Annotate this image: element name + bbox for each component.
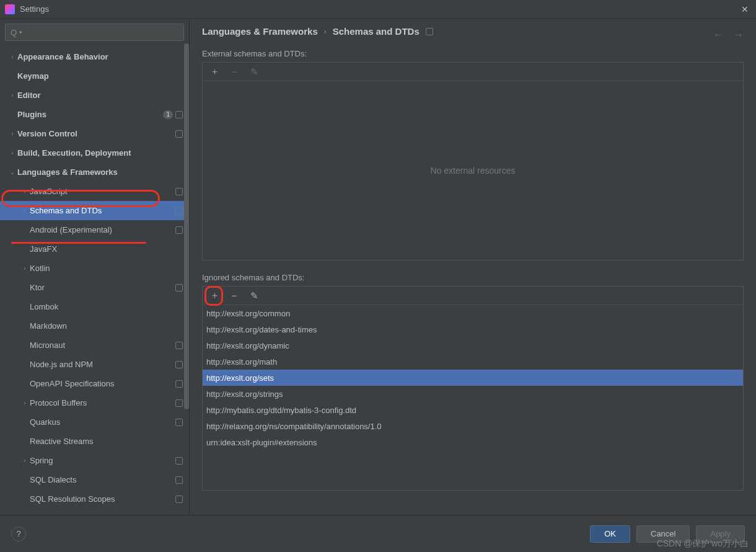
tree-item-label: OpenAPI Specifications (30, 379, 175, 388)
list-item[interactable]: http://exslt.org/dynamic (203, 337, 743, 354)
tree-item-spring[interactable]: ›Spring (0, 451, 189, 470)
settings-main: ← → Languages & Frameworks › Schemas and… (190, 19, 756, 515)
list-item[interactable]: http://mybatis.org/dtd/mybatis-3-config.… (203, 402, 743, 418)
tree-item-label: SQL Dialects (30, 475, 175, 484)
close-icon[interactable]: ✕ (739, 4, 751, 14)
remove-button[interactable]: − (230, 66, 239, 77)
project-scope-icon (175, 226, 183, 234)
tree-item-javafx[interactable]: JavaFX (0, 239, 189, 259)
window-title: Settings (20, 4, 739, 14)
project-scope-icon (175, 419, 183, 426)
nav-arrows: ← → (713, 29, 744, 42)
tree-item-openapi-specifications[interactable]: OpenAPI Specifications (0, 374, 189, 393)
tree-item-lombok[interactable]: Lombok (0, 297, 189, 316)
add-button[interactable]: ＋ (210, 66, 219, 78)
tree-item-label: Languages & Frameworks (17, 167, 183, 177)
tree-item-label: Keymap (17, 71, 183, 81)
ok-button[interactable]: OK (590, 525, 630, 543)
project-scope-icon (175, 342, 183, 349)
list-item[interactable]: http://exslt.org/common (203, 305, 743, 321)
tree-item-micronaut[interactable]: Micronaut (0, 336, 189, 355)
back-icon[interactable]: ← (713, 29, 724, 42)
tree-item-keymap[interactable]: Keymap (0, 66, 189, 86)
help-button[interactable]: ? (11, 527, 26, 541)
project-scope-icon (175, 380, 183, 388)
cancel-button[interactable]: Cancel (636, 525, 690, 543)
ignored-toolbar: ＋ − ✎ (203, 287, 743, 305)
tree-item-label: JavaFX (30, 244, 183, 254)
list-item[interactable]: urn:idea:xslt-plugin#extensions (203, 434, 743, 450)
tree-item-label: Kotlin (30, 264, 183, 273)
chevron-right-icon: › (20, 265, 30, 272)
tree-item-version-control[interactable]: ›Version Control (0, 124, 189, 143)
tree-item-sql-resolution-scopes[interactable]: SQL Resolution Scopes (0, 489, 189, 509)
badges (175, 130, 183, 138)
tree-item-label: Version Control (17, 129, 175, 138)
tree-item-protocol-buffers[interactable]: ›Protocol Buffers (0, 393, 189, 412)
tree-item-markdown[interactable]: Markdown (0, 316, 189, 336)
settings-tree[interactable]: ›Appearance & BehaviorKeymap›EditorPlugi… (0, 45, 189, 515)
chevron-right-icon: › (7, 149, 17, 156)
breadcrumb-parent[interactable]: Languages & Frameworks (202, 26, 318, 37)
list-item[interactable]: http://relaxng.org/ns/compatibility/anno… (203, 418, 743, 434)
tree-item-quarkus[interactable]: Quarkus (0, 412, 189, 432)
project-scope-icon (175, 284, 183, 292)
list-item[interactable]: http://exslt.org/strings (203, 386, 743, 402)
edit-button[interactable]: ✎ (250, 66, 258, 78)
chevron-right-icon: › (20, 399, 30, 406)
apply-button[interactable]: Apply (696, 525, 745, 543)
tree-item-label: Markdown (30, 321, 183, 331)
tree-item-languages-frameworks[interactable]: ⌄Languages & Frameworks (0, 162, 189, 182)
project-scope-icon (426, 28, 433, 35)
tree-item-kotlin[interactable]: ›Kotlin (0, 259, 189, 278)
badges (175, 284, 183, 292)
chevron-right-icon: › (7, 92, 17, 99)
tree-item-label: Reactive Streams (30, 437, 183, 446)
tree-item-label: Editor (17, 91, 183, 100)
tree-item-android-experimental-[interactable]: Android (Experimental) (0, 220, 189, 239)
ignored-label: Ignored schemas and DTDs: (202, 273, 744, 282)
tree-item-plugins[interactable]: Plugins1 (0, 105, 189, 124)
breadcrumb-current: Schemas and DTDs (333, 26, 420, 37)
tree-item-sql-dialects[interactable]: SQL Dialects (0, 470, 189, 489)
remove-button[interactable]: − (230, 290, 239, 301)
list-item[interactable]: http://exslt.org/sets (203, 370, 743, 386)
project-scope-icon (175, 111, 183, 118)
edit-button[interactable]: ✎ (250, 290, 258, 301)
chevron-down-icon: ⌄ (7, 169, 17, 176)
search-input[interactable]: Q ▾ (5, 24, 184, 41)
tree-item-editor[interactable]: ›Editor (0, 86, 189, 105)
scrollbar-thumb[interactable] (184, 43, 189, 409)
tree-item-label: Protocol Buffers (30, 398, 175, 407)
project-scope-icon (175, 496, 183, 503)
external-empty-text: No external resources (203, 81, 743, 260)
ignored-list[interactable]: http://exslt.org/commonhttp://exslt.org/… (203, 305, 743, 490)
add-button[interactable]: ＋ (210, 290, 219, 301)
chevron-right-icon: › (20, 207, 30, 214)
list-item[interactable]: http://exslt.org/math (203, 354, 743, 370)
tree-item-reactive-streams[interactable]: Reactive Streams (0, 432, 189, 451)
chevron-right-icon: › (324, 27, 327, 36)
badges (175, 457, 183, 465)
tree-item-schemas-and-dtds[interactable]: ›Schemas and DTDs (0, 201, 189, 220)
badges (175, 496, 183, 503)
breadcrumb: Languages & Frameworks › Schemas and DTD… (202, 26, 744, 37)
badges (175, 419, 183, 426)
tree-item-node-js-and-npm[interactable]: Node.js and NPM (0, 355, 189, 374)
count-badge: 1 (163, 110, 173, 119)
tree-item-label: Schemas and DTDs (30, 206, 175, 215)
tree-item-ktor[interactable]: Ktor (0, 278, 189, 297)
tree-item-label: Quarkus (30, 417, 175, 427)
tree-item-label: SQL Resolution Scopes (30, 494, 175, 504)
badges (175, 361, 183, 368)
badges (175, 226, 183, 234)
list-item[interactable]: http://exslt.org/dates-and-times (203, 321, 743, 337)
tree-item-appearance-behavior[interactable]: ›Appearance & Behavior (0, 47, 189, 66)
tree-item-build-execution-deployment[interactable]: ›Build, Execution, Deployment (0, 143, 189, 162)
tree-item-label: JavaScript (30, 187, 175, 196)
badges (175, 188, 183, 195)
forward-icon[interactable]: → (732, 29, 744, 42)
external-schemas-box: ＋ − ✎ No external resources (202, 62, 744, 260)
chevron-right-icon: › (7, 130, 17, 137)
tree-item-javascript[interactable]: ›JavaScript (0, 182, 189, 201)
